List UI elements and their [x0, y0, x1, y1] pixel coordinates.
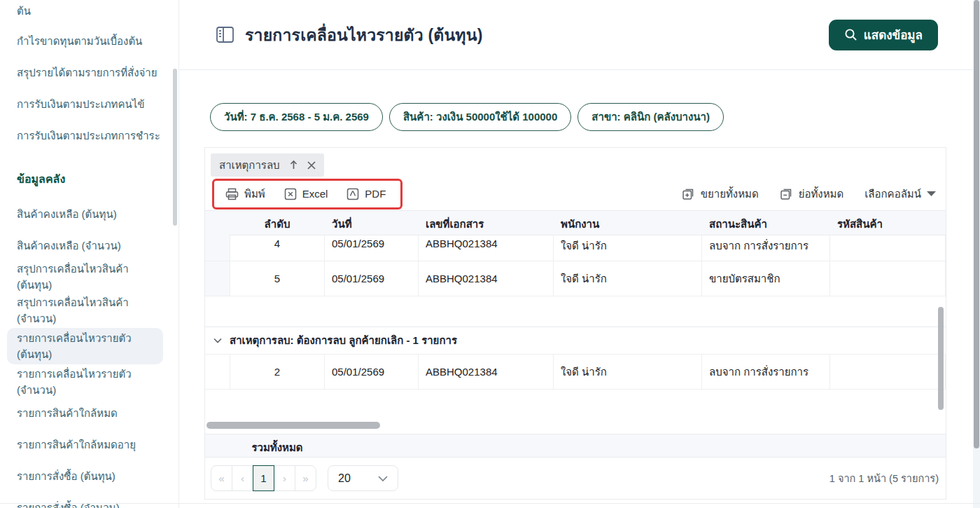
- select-columns-dropdown[interactable]: เลือกคอลัมน์: [864, 186, 936, 202]
- page-header: รายการเคลื่อนไหวรายตัว (ต้นทุน) แสดงข้อม…: [179, 0, 980, 70]
- chevron-down-icon: [378, 476, 388, 481]
- page-scrollbar-thumb[interactable]: [974, 0, 979, 448]
- prev-page-button[interactable]: ‹: [232, 465, 253, 491]
- cell-seq: 4: [230, 235, 325, 261]
- column-header-seq[interactable]: ลำดับ: [230, 211, 325, 238]
- pdf-icon: [346, 188, 359, 200]
- expand-all-label: ขยายทั้งหมด: [701, 186, 759, 202]
- sidebar-item[interactable]: รายการสั่งซื้อ (จำนวน): [17, 500, 163, 508]
- page-scrollbar-track[interactable]: [973, 0, 980, 508]
- total-row: รวมทั้งหมด: [205, 434, 946, 458]
- close-icon[interactable]: [307, 161, 316, 170]
- cell-date: 05/01/2569: [325, 261, 419, 296]
- group-by-chip[interactable]: สาเหตุการลบ: [211, 153, 324, 177]
- page-title: รายการเคลื่อนไหวรายตัว (ต้นทุน): [245, 22, 483, 48]
- print-label: พิมพ์: [244, 186, 265, 202]
- page-info-text: 1 จาก 1 หน้า (5 รายการ): [830, 470, 940, 486]
- sidebar-item[interactable]: การรับเงินตามประเภทการชำระ: [17, 128, 163, 144]
- expand-all-icon: [682, 187, 695, 200]
- sidebar-item[interactable]: สรุปการเคลื่อนไหวสินค้า (จำนวน): [17, 294, 163, 327]
- table-row[interactable]: 5 05/01/2569 ABBHQ021384 ใจดี น่ารัก ขาย…: [205, 261, 946, 296]
- group-spacer: [205, 390, 946, 421]
- expander-column-header: [205, 211, 230, 238]
- expand-all-button[interactable]: ขยายทั้งหมด: [682, 186, 759, 202]
- sidebar-item-current[interactable]: รายการเคลื่อนไหวรายตัว (ต้นทุน): [7, 328, 163, 364]
- sidebar-item[interactable]: รายการเคลื่อนไหวรายตัว (จำนวน): [17, 366, 163, 398]
- chevron-down-icon: [927, 191, 936, 197]
- excel-label: Excel: [302, 188, 328, 200]
- row-gutter: [205, 355, 230, 389]
- row-gutter: [205, 235, 230, 261]
- pdf-button[interactable]: PDF: [346, 186, 386, 202]
- last-page-button[interactable]: »: [295, 465, 316, 491]
- pdf-label: PDF: [365, 188, 386, 200]
- sidebar-item[interactable]: รายการสั่งซื้อ (ต้นทุน): [17, 468, 163, 484]
- cell-status: ลบจาก การสั่งรายการ: [702, 235, 830, 261]
- table-row[interactable]: 2 05/01/2569 ABBHQ021384 ใจดี น่ารัก ลบจ…: [205, 355, 946, 390]
- filter-branch-pill[interactable]: สาขา: คลินิก (คลังบางนา): [578, 103, 724, 131]
- cell-employee: ใจดี น่ารัก: [554, 235, 702, 261]
- current-page-button[interactable]: 1: [253, 465, 274, 491]
- first-page-button[interactable]: «: [211, 465, 232, 491]
- sidebar-item[interactable]: รายการสินค้าใกล้หมดอายุ: [17, 437, 163, 453]
- excel-button[interactable]: Excel: [284, 186, 328, 202]
- filter-product-pill[interactable]: สินค้า: วงเงิน 50000ใช้ได้ 100000: [389, 103, 571, 131]
- pagination-bar: « ‹ 1 › » 20 1 จาก 1 หน้า (5 รายการ): [205, 458, 946, 499]
- cell-seq: 5: [230, 261, 325, 296]
- column-header-doc[interactable]: เลขที่เอกสาร: [419, 211, 554, 238]
- sort-asc-icon[interactable]: [289, 160, 298, 170]
- cell-doc: ABBHQ021384: [419, 261, 554, 296]
- collapse-all-label: ย่อทั้งหมด: [799, 186, 844, 202]
- select-columns-label: เลือกคอลัมน์: [864, 186, 921, 202]
- excel-icon: [284, 188, 297, 200]
- export-buttons: พิมพ์ Excel PDF: [225, 186, 386, 202]
- group-by-label: สาเหตุการลบ: [219, 157, 280, 174]
- report-icon: [216, 25, 234, 44]
- table-toolbar: พิมพ์ Excel PDF: [205, 177, 946, 211]
- table-vertical-scrollbar-thumb[interactable]: [938, 307, 944, 410]
- table-row[interactable]: 4 05/01/2569 ABBHQ021384 ใจดี น่ารัก ลบจ…: [205, 235, 946, 261]
- next-page-button[interactable]: ›: [274, 465, 295, 491]
- column-header-status[interactable]: สถานะสินค้า: [702, 211, 830, 238]
- sidebar-item[interactable]: รายการสินค้าใกล้หมด: [17, 405, 163, 421]
- sidebar-item[interactable]: สินค้าคงเหลือ (ต้นทุน): [17, 206, 163, 222]
- filter-date-pill[interactable]: วันที่: 7 ธ.ค. 2568 - 5 ม.ค. 2569: [210, 103, 383, 131]
- collapse-all-button[interactable]: ย่อทั้งหมด: [780, 186, 844, 202]
- cell-employee: ใจดี น่ารัก: [554, 355, 702, 389]
- sidebar: ต้น กำไรขาดทุนตามวันเบื้องต้น สรุปรายได้…: [0, 0, 179, 508]
- column-header-code[interactable]: รหัสสินค้า: [830, 211, 946, 238]
- collapse-group-chevron-icon[interactable]: [205, 338, 230, 343]
- horizontal-scrollbar-thumb[interactable]: [206, 422, 380, 429]
- sidebar-item[interactable]: สินค้าคงเหลือ (จำนวน): [17, 238, 163, 254]
- group-header-row[interactable]: สาเหตุการลบ: ต้องการลบ ลูกค้ายกเลิก - 1 …: [205, 327, 946, 355]
- sidebar-item[interactable]: สรุปรายได้ตามรายการที่สั่งจ่าย: [17, 64, 163, 81]
- row-gutter: [205, 261, 230, 296]
- cell-code: [830, 355, 946, 389]
- report-table-panel: สาเหตุการลบ พิมพ์: [204, 147, 946, 500]
- page-size-select[interactable]: 20: [328, 465, 398, 491]
- page-buttons: « ‹ 1 › »: [211, 465, 316, 491]
- cell-date: 05/01/2569: [325, 355, 419, 389]
- table-view-controls: ขยายทั้งหมด ย่อทั้งหมด เลือกคอลัมน์: [682, 186, 936, 202]
- cell-employee: ใจดี น่ารัก: [554, 261, 702, 296]
- table-body: 4 05/01/2569 ABBHQ021384 ใจดี น่ารัก ลบจ…: [205, 235, 946, 421]
- sidebar-item[interactable]: ต้น: [17, 3, 163, 19]
- show-data-button[interactable]: แสดงข้อมูล: [829, 20, 938, 50]
- column-header-date[interactable]: วันที่: [325, 211, 419, 238]
- sidebar-item[interactable]: สรุปการเคลื่อนไหวสินค้า (ต้นทุน): [17, 261, 163, 293]
- cell-code: [830, 235, 946, 261]
- cell-doc: ABBHQ021384: [419, 355, 554, 389]
- sidebar-scrollbar[interactable]: [173, 69, 177, 226]
- table-header-row: ลำดับ วันที่ เลขที่เอกสาร พนักงาน สถานะส…: [205, 211, 946, 235]
- bottom-divider: [0, 503, 980, 504]
- search-icon: [844, 28, 858, 41]
- sidebar-item[interactable]: การรับเงินตามประเภทคนไข้: [17, 96, 163, 112]
- print-button[interactable]: พิมพ์: [225, 186, 265, 202]
- sidebar-item[interactable]: กำไรขาดทุนตามวันเบื้องต้น: [17, 33, 163, 49]
- sidebar-section-header: ข้อมูลคลัง: [17, 170, 163, 188]
- show-data-label: แสดงข้อมูล: [864, 25, 923, 44]
- collapse-all-icon: [780, 187, 793, 200]
- column-header-employee[interactable]: พนักงาน: [554, 211, 702, 238]
- printer-icon: [225, 188, 239, 200]
- cell-status: ขายบัตรสมาชิก: [702, 261, 830, 296]
